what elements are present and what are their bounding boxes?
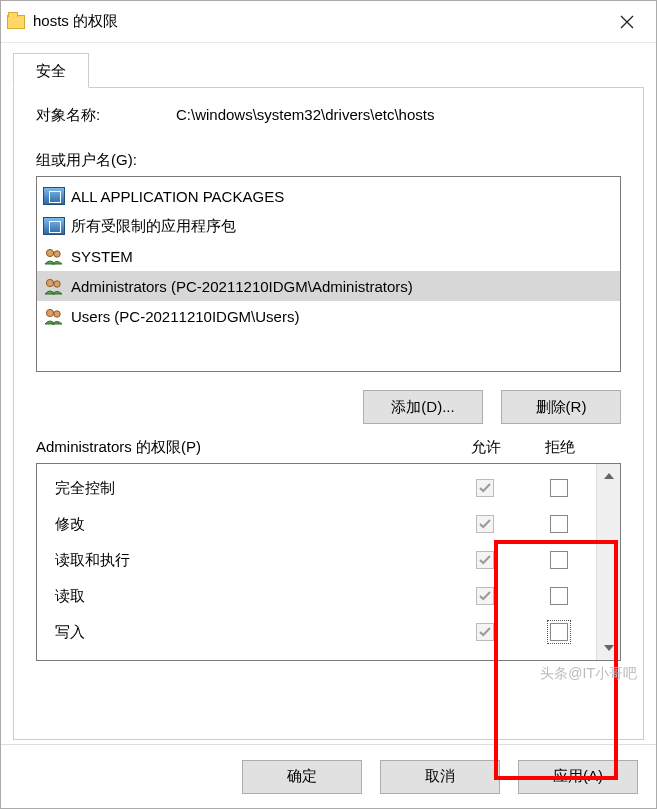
- allow-header: 允许: [449, 438, 523, 457]
- permission-name: 修改: [55, 515, 448, 534]
- permissions-dialog: hosts 的权限 安全 对象名称: C:\windows\system32\d…: [0, 0, 657, 809]
- object-label: 对象名称:: [36, 106, 176, 125]
- permission-header: Administrators 的权限(P) 允许 拒绝: [36, 438, 621, 457]
- permission-name: 读取: [55, 587, 448, 606]
- permission-list: 完全控制修改读取和执行读取写入: [36, 463, 621, 661]
- cancel-button[interactable]: 取消: [380, 760, 500, 794]
- allow-checkbox[interactable]: [476, 623, 494, 641]
- svg-point-4: [46, 309, 53, 316]
- deny-checkbox[interactable]: [550, 623, 568, 641]
- tab-security[interactable]: 安全: [13, 53, 89, 88]
- permission-name: 写入: [55, 623, 448, 642]
- apply-button[interactable]: 应用(A): [518, 760, 638, 794]
- permission-name: 完全控制: [55, 479, 448, 498]
- deny-checkbox[interactable]: [550, 515, 568, 533]
- add-button[interactable]: 添加(D)...: [363, 390, 483, 424]
- security-panel: 对象名称: C:\windows\system32\drivers\etc\ho…: [13, 87, 644, 740]
- close-button[interactable]: [604, 6, 650, 38]
- list-item[interactable]: ALL APPLICATION PACKAGES: [37, 181, 620, 211]
- list-item-label: SYSTEM: [71, 248, 133, 265]
- permission-row: 读取: [55, 578, 596, 614]
- list-item-label: Administrators (PC-20211210IDGM\Administ…: [71, 278, 413, 295]
- svg-point-2: [46, 279, 53, 286]
- svg-point-3: [54, 281, 60, 287]
- scroll-up-button[interactable]: [597, 464, 620, 488]
- package-icon: [43, 217, 65, 235]
- svg-point-5: [54, 311, 60, 317]
- permission-name: 读取和执行: [55, 551, 448, 570]
- deny-checkbox[interactable]: [550, 479, 568, 497]
- tabstrip: 安全: [13, 53, 656, 88]
- package-icon: [43, 187, 65, 205]
- titlebar: hosts 的权限: [1, 1, 656, 43]
- deny-checkbox[interactable]: [550, 551, 568, 569]
- object-row: 对象名称: C:\windows\system32\drivers\etc\ho…: [36, 106, 621, 125]
- deny-header: 拒绝: [523, 438, 597, 457]
- list-item-label: ALL APPLICATION PACKAGES: [71, 188, 284, 205]
- watermark: 头条@IT小哥吧: [540, 665, 637, 683]
- permission-row: 修改: [55, 506, 596, 542]
- window-title: hosts 的权限: [33, 12, 604, 31]
- dialog-buttons: 确定 取消 应用(A): [1, 744, 656, 808]
- group-label: 组或用户名(G):: [36, 151, 621, 170]
- ok-button[interactable]: 确定: [242, 760, 362, 794]
- remove-button[interactable]: 删除(R): [501, 390, 621, 424]
- svg-point-0: [46, 249, 53, 256]
- users-icon: [43, 307, 65, 325]
- close-icon: [620, 15, 634, 29]
- users-icon: [43, 247, 65, 265]
- allow-checkbox[interactable]: [476, 551, 494, 569]
- list-item[interactable]: Administrators (PC-20211210IDGM\Administ…: [37, 271, 620, 301]
- users-icon: [43, 277, 65, 295]
- scroll-track[interactable]: [597, 488, 620, 636]
- permission-row: 读取和执行: [55, 542, 596, 578]
- permission-title: Administrators 的权限(P): [36, 438, 449, 457]
- list-item-label: Users (PC-20211210IDGM\Users): [71, 308, 299, 325]
- folder-icon: [7, 15, 25, 29]
- group-list[interactable]: ALL APPLICATION PACKAGES所有受限制的应用程序包SYSTE…: [36, 176, 621, 372]
- list-item[interactable]: 所有受限制的应用程序包: [37, 211, 620, 241]
- allow-checkbox[interactable]: [476, 587, 494, 605]
- permission-row: 写入: [55, 614, 596, 650]
- svg-point-1: [54, 251, 60, 257]
- scroll-down-button[interactable]: [597, 636, 620, 660]
- list-item-label: 所有受限制的应用程序包: [71, 217, 236, 236]
- object-path: C:\windows\system32\drivers\etc\hosts: [176, 106, 434, 125]
- list-item[interactable]: SYSTEM: [37, 241, 620, 271]
- list-item[interactable]: Users (PC-20211210IDGM\Users): [37, 301, 620, 331]
- allow-checkbox[interactable]: [476, 479, 494, 497]
- permission-row: 完全控制: [55, 470, 596, 506]
- group-buttons: 添加(D)... 删除(R): [36, 390, 621, 424]
- deny-checkbox[interactable]: [550, 587, 568, 605]
- scrollbar[interactable]: [596, 464, 620, 660]
- allow-checkbox[interactable]: [476, 515, 494, 533]
